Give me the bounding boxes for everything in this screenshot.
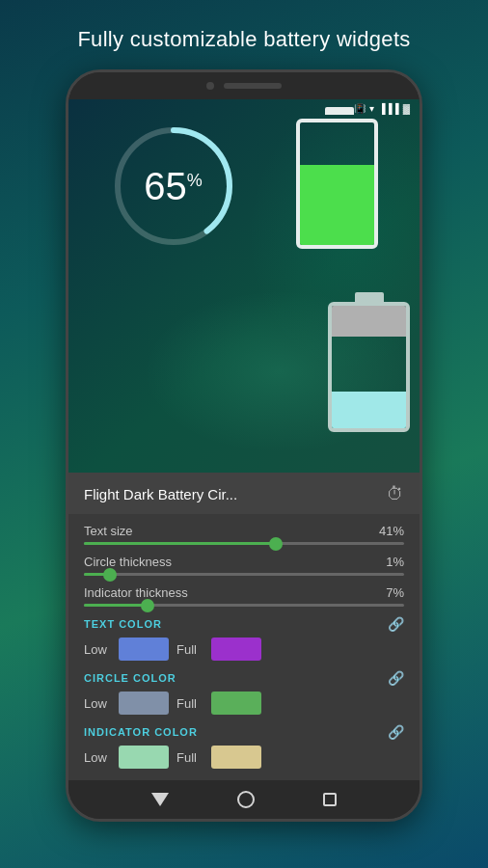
indicator-thickness-track[interactable] — [84, 604, 404, 607]
phone-top-bar — [68, 72, 420, 99]
indicator-thickness-slider-row: Indicator thickness 7% — [84, 585, 404, 607]
circle-color-row: Low Full — [84, 692, 404, 715]
phone-bottom-nav — [68, 780, 420, 819]
indicator-thickness-label: Indicator thickness — [84, 585, 188, 600]
circle-battery-widget: 65% — [106, 119, 241, 254]
recents-icon[interactable] — [323, 793, 337, 806]
indicator-color-row: Low Full — [84, 746, 404, 769]
phone-frame: 📳 ▾ ▐▐▐ ▓ 65% — [66, 69, 422, 822]
battery-status-icon: ▓ — [403, 103, 410, 114]
text-size-track[interactable] — [84, 542, 404, 545]
history-button[interactable]: ⏱ — [387, 484, 404, 504]
circle-thickness-value: 1% — [386, 555, 404, 569]
indicator-thickness-value: 7% — [386, 585, 404, 600]
page-title: Fully customizable battery widgets — [77, 27, 410, 52]
panel-title: Flight Dark Battery Cir... — [84, 486, 237, 502]
indicator-color-link-icon[interactable]: 🔗 — [388, 724, 404, 740]
circle-color-full-label: Full — [176, 696, 203, 711]
circle-thickness-track[interactable] — [84, 573, 404, 576]
text-color-full-label: Full — [176, 642, 203, 657]
indicator-color-section: INDICATOR COLOR 🔗 Low Full — [84, 724, 404, 769]
phone-screen: 📳 ▾ ▐▐▐ ▓ 65% — [68, 99, 420, 780]
circle-color-section: CIRCLE COLOR 🔗 Low Full — [84, 670, 404, 715]
indicator-thickness-thumb[interactable] — [141, 599, 154, 612]
indicator-color-low-swatch[interactable] — [119, 746, 169, 769]
circle-color-label: CIRCLE COLOR — [84, 672, 176, 684]
battery-percentage: 65% — [144, 167, 203, 205]
text-color-row: Low Full — [84, 637, 404, 661]
text-color-link-icon[interactable]: 🔗 — [388, 616, 404, 632]
home-icon[interactable] — [237, 791, 255, 808]
status-bar: 📳 ▾ ▐▐▐ ▓ — [354, 103, 410, 114]
circle-color-full-swatch[interactable] — [211, 692, 261, 715]
circle-thickness-slider-row: Circle thickness 1% — [84, 555, 404, 576]
indicator-color-full-swatch[interactable] — [211, 746, 261, 769]
text-color-low-label: Low — [84, 642, 111, 657]
wifi-icon: ▾ — [369, 103, 374, 114]
rect-battery-widget-low — [328, 292, 410, 432]
text-color-full-swatch[interactable] — [211, 637, 261, 661]
vibrate-icon: 📳 — [354, 103, 366, 114]
circle-color-link-icon[interactable]: 🔗 — [388, 670, 404, 686]
phone-speaker — [224, 83, 282, 89]
back-icon[interactable] — [151, 793, 169, 806]
phone-camera — [206, 82, 214, 90]
circle-thickness-thumb[interactable] — [103, 568, 117, 582]
rect-battery-widget-full — [296, 119, 383, 254]
text-color-low-swatch[interactable] — [119, 637, 169, 661]
indicator-color-label: INDICATOR COLOR — [84, 726, 198, 738]
indicator-color-low-label: Low — [84, 750, 111, 765]
panel-header: Flight Dark Battery Cir... ⏱ — [68, 473, 420, 514]
control-panel: Flight Dark Battery Cir... ⏱ Text size 4… — [68, 473, 420, 780]
widgets-container: 65% — [68, 119, 420, 254]
text-size-label: Text size — [84, 524, 133, 538]
indicator-color-full-label: Full — [176, 750, 203, 765]
text-size-thumb[interactable] — [269, 537, 283, 551]
text-size-value: 41% — [379, 524, 404, 538]
text-size-slider-row: Text size 41% — [84, 524, 404, 545]
text-color-section: TEXT COLOR 🔗 Low Full — [84, 616, 404, 661]
text-color-label: TEXT COLOR — [84, 618, 162, 630]
circle-color-low-swatch[interactable] — [119, 692, 169, 715]
signal-icon: ▐▐▐ — [378, 103, 398, 114]
circle-color-low-label: Low — [84, 696, 111, 711]
circle-thickness-label: Circle thickness — [84, 555, 172, 569]
